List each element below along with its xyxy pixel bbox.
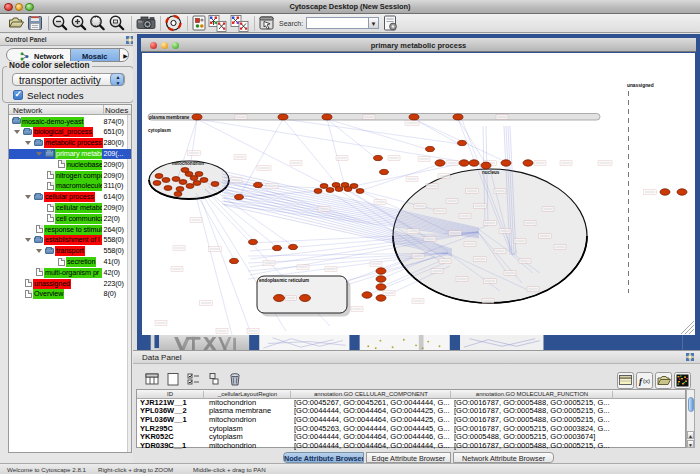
svg-text:unassigned: unassigned	[627, 83, 654, 88]
svg-text:endoplasmic reticulum: endoplasmic reticulum	[259, 278, 309, 283]
svg-text:(x): (x)	[643, 378, 650, 384]
svg-text:cytoplasm: cytoplasm	[148, 128, 171, 133]
svg-text:plasma membrane: plasma membrane	[149, 115, 190, 120]
svg-text:mitochondrion: mitochondrion	[172, 161, 204, 166]
